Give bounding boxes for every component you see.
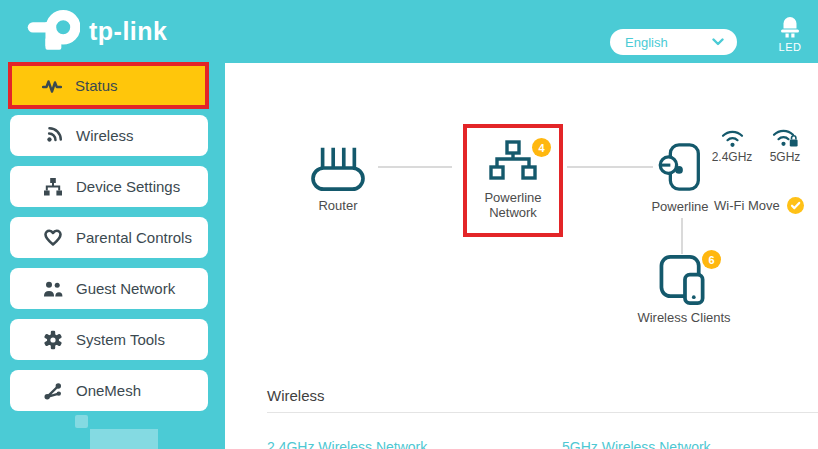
wireless-section-title: Wireless xyxy=(267,387,325,404)
led-icon xyxy=(779,14,801,38)
topology-icon xyxy=(43,177,63,197)
link-5ghz-wireless-network[interactable]: 5GHz Wireless Network xyxy=(562,439,711,449)
sidebar-item-status[interactable]: Status xyxy=(8,62,209,109)
router-label: Router xyxy=(299,198,377,213)
wireless-section-divider xyxy=(267,412,818,413)
heart-icon xyxy=(43,228,63,248)
band-24ghz-label: 2.4GHz xyxy=(712,150,753,164)
powerline-network-icon xyxy=(489,140,537,186)
wireless-clients-icon xyxy=(659,255,709,306)
led-label: LED xyxy=(779,41,802,53)
wireless-clients-count-badge: 6 xyxy=(702,250,721,269)
tp-link-logo: tp-link xyxy=(24,6,168,56)
wifi-5ghz-lock-icon xyxy=(771,126,800,148)
connector-router-powerline xyxy=(378,166,452,168)
router-admin-page: tp-link English LED Status Wireless xyxy=(0,0,818,449)
powerline-network-label-line2: Network xyxy=(480,205,546,220)
sidebar-item-wireless[interactable]: Wireless xyxy=(10,115,208,156)
led-toggle[interactable]: LED xyxy=(768,14,812,53)
network-node-router[interactable]: Router xyxy=(299,144,377,213)
wifi-move-label: Wi-Fi Move xyxy=(714,198,780,213)
sidebar-item-onemesh[interactable]: OneMesh xyxy=(10,370,208,411)
wifi-signal-icon xyxy=(43,126,63,146)
powerline-network-label: Powerline Network xyxy=(480,190,546,220)
band-5ghz-label: 5GHz xyxy=(770,150,801,164)
router-icon xyxy=(309,144,367,194)
wireless-clients-label: Wireless Clients xyxy=(634,310,734,325)
network-node-powerline-adapter[interactable]: Powerline xyxy=(648,141,712,214)
language-dropdown[interactable]: English xyxy=(610,29,737,55)
status-page-content: Router Powerline Network 4 xyxy=(225,63,818,449)
sidebar-item-label: Guest Network xyxy=(76,280,175,297)
tp-link-logo-icon xyxy=(24,6,80,56)
sidebar-item-label: Device Settings xyxy=(76,178,180,195)
wifi-move-toggle[interactable]: Wi-Fi Move xyxy=(714,197,804,214)
network-node-wireless-clients[interactable]: Wireless Clients xyxy=(634,255,734,325)
chevron-down-icon xyxy=(712,38,724,46)
powerline-adapter-label: Powerline xyxy=(648,199,712,214)
mesh-icon xyxy=(43,381,63,401)
connector-powerline-adapter xyxy=(567,166,653,168)
language-dropdown-value: English xyxy=(625,35,668,50)
sidebar-item-label: Status xyxy=(75,77,118,94)
link-24ghz-wireless-network[interactable]: 2.4GHz Wireless Network xyxy=(267,439,427,449)
check-icon xyxy=(787,197,804,214)
sidebar-decoration-large xyxy=(90,429,158,449)
band-5ghz: 5GHz xyxy=(760,126,810,164)
pulse-icon xyxy=(42,76,62,96)
powerline-adapter-icon xyxy=(657,141,703,195)
sidebar-item-label: Wireless xyxy=(76,127,134,144)
gear-icon xyxy=(43,330,63,350)
sidebar-decoration-small xyxy=(75,415,88,428)
sidebar-item-label: Parental Controls xyxy=(76,229,192,246)
sidebar-item-label: OneMesh xyxy=(76,382,141,399)
powerline-network-count-badge: 4 xyxy=(532,138,551,157)
sidebar-item-guest-network[interactable]: Guest Network xyxy=(10,268,208,309)
powerline-network-label-line1: Powerline xyxy=(480,190,546,205)
sidebar-item-parental-controls[interactable]: Parental Controls xyxy=(10,217,208,258)
connector-adapter-clients xyxy=(681,218,683,254)
tp-link-logo-text: tp-link xyxy=(89,17,168,46)
people-icon xyxy=(43,279,63,299)
wifi-24ghz-icon xyxy=(719,128,746,148)
sidebar-item-device-settings[interactable]: Device Settings xyxy=(10,166,208,207)
band-24ghz: 2.4GHz xyxy=(706,128,758,164)
sidebar-item-label: System Tools xyxy=(76,331,165,348)
sidebar-item-system-tools[interactable]: System Tools xyxy=(10,319,208,360)
